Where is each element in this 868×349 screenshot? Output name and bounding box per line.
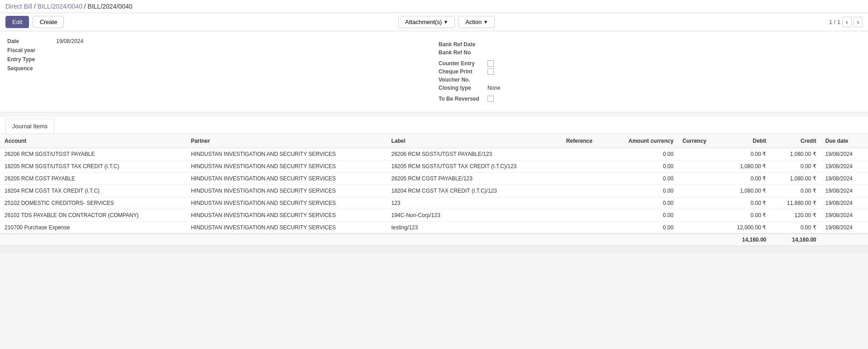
toolbar: Edit Create Attachment(s) ▼ Action ▼ 1 /…: [0, 13, 868, 31]
cell-due-date: 19/08/2024: [821, 222, 868, 234]
counter-entry-label: Counter Entry: [439, 60, 484, 67]
closing-type-label: Closing type: [439, 85, 484, 91]
cell-amount-currency: 0.00: [608, 173, 678, 185]
cell-credit: 120.00 ₹: [771, 209, 820, 222]
attachments-caret-icon: ▼: [444, 19, 448, 24]
cell-label: testing/123: [387, 222, 562, 234]
cell-account: 18204 RCM CGST TAX CREDIT (I.T.C): [0, 185, 186, 197]
attachments-button[interactable]: Attachment(s) ▼: [398, 16, 455, 28]
totals-spacer: [0, 234, 721, 246]
cell-currency: [678, 222, 721, 234]
table-row[interactable]: 210700 Purchase Expense HINDUSTAN INVEST…: [0, 222, 868, 234]
cell-due-date: 19/08/2024: [821, 209, 868, 222]
cell-credit: 0.00 ₹: [771, 185, 820, 197]
bank-ref-date-label: Bank Ref Date: [439, 41, 484, 48]
cell-partner: HINDUSTAN INVESTIGATION AND SECURITY SER…: [186, 148, 386, 160]
form-section: Date 19/08/2024 Fiscal year Entry Type S…: [0, 31, 868, 112]
journal-items-table: Account Partner Label Reference Amount c…: [0, 134, 868, 246]
next-button[interactable]: ›: [854, 17, 863, 27]
col-label: Label: [387, 134, 562, 148]
counter-entry-checkbox[interactable]: [487, 60, 494, 67]
tabs-section: Journal Items Account Partner Label Refe…: [0, 117, 868, 246]
table-row[interactable]: 26206 RCM SGST/UTGST PAYABLE HINDUSTAN I…: [0, 148, 868, 160]
cell-amount-currency: 0.00: [608, 185, 678, 197]
cell-label: 18205 RCM SGST/UTGST TAX CREDIT (I.T.C)/…: [387, 160, 562, 173]
edit-button[interactable]: Edit: [5, 16, 29, 28]
to-be-reversed-label: To Be Reversed: [439, 96, 484, 102]
col-account: Account: [0, 134, 186, 148]
cell-currency: [678, 209, 721, 222]
cell-reference: [562, 197, 608, 209]
breadcrumb: Direct Bill / BILL/2024/0040 / BILL/2024…: [5, 3, 863, 10]
journal-items-table-container: Account Partner Label Reference Amount c…: [0, 134, 868, 246]
total-credit: 14,160.00: [771, 234, 820, 246]
cell-currency: [678, 185, 721, 197]
cell-due-date: 19/08/2024: [821, 148, 868, 160]
totals-end: [821, 234, 868, 246]
total-debit: 14,160.00: [721, 234, 771, 246]
tabs-bar: Journal Items: [0, 117, 868, 134]
closing-type-value: None: [487, 85, 501, 91]
cell-credit: 1,080.00 ₹: [771, 148, 820, 160]
cell-partner: HINDUSTAN INVESTIGATION AND SECURITY SER…: [186, 209, 386, 222]
cell-reference: [562, 209, 608, 222]
cell-partner: HINDUSTAN INVESTIGATION AND SECURITY SER…: [186, 173, 386, 185]
breadcrumb-sep1: /: [34, 3, 38, 10]
cell-label: 26206 RCM SGST/UTGST PAYABLE/123: [387, 148, 562, 160]
cell-amount-currency: 0.00: [608, 197, 678, 209]
col-amount-currency: Amount currency: [608, 134, 678, 148]
cell-due-date: 19/08/2024: [821, 197, 868, 209]
entry-type-label: Entry Type: [7, 56, 53, 63]
cheque-print-label: Cheque Print: [439, 68, 484, 75]
prev-button[interactable]: ‹: [842, 17, 851, 27]
date-value: 19/08/2024: [56, 38, 83, 44]
table-row[interactable]: 25102 DOMESTIC CREDITORS- SERVICES HINDU…: [0, 197, 868, 209]
cell-debit: 1,080.00 ₹: [721, 185, 771, 197]
cell-reference: [562, 185, 608, 197]
table-row[interactable]: 18205 RCM SGST/UTGST TAX CREDIT (I.T.C) …: [0, 160, 868, 173]
cell-partner: HINDUSTAN INVESTIGATION AND SECURITY SER…: [186, 160, 386, 173]
table-header-row: Account Partner Label Reference Amount c…: [0, 134, 868, 148]
cell-account: 210700 Purchase Expense: [0, 222, 186, 234]
action-button[interactable]: Action ▼: [458, 16, 495, 28]
cell-debit: 12,000.00 ₹: [721, 222, 771, 234]
voucher-no-label: Voucher No.: [439, 77, 484, 83]
col-credit: Credit: [771, 134, 820, 148]
cell-due-date: 19/08/2024: [821, 173, 868, 185]
table-row[interactable]: 26102 TDS PAYABLE ON CONTRACTOR (COMPANY…: [0, 209, 868, 222]
tab-journal-items[interactable]: Journal Items: [5, 119, 54, 134]
cell-account: 18205 RCM SGST/UTGST TAX CREDIT (I.T.C): [0, 160, 186, 173]
cell-amount-currency: 0.00: [608, 160, 678, 173]
action-caret-icon: ▼: [483, 19, 488, 24]
create-button[interactable]: Create: [33, 16, 64, 28]
date-label: Date: [7, 38, 53, 44]
cell-reference: [562, 173, 608, 185]
cell-account: 25102 DOMESTIC CREDITORS- SERVICES: [0, 197, 186, 209]
cell-label: 123: [387, 197, 562, 209]
table-row[interactable]: 18204 RCM CGST TAX CREDIT (I.T.C) HINDUS…: [0, 185, 868, 197]
cell-debit: 0.00 ₹: [721, 173, 771, 185]
cell-due-date: 19/08/2024: [821, 160, 868, 173]
cell-currency: [678, 160, 721, 173]
cell-reference: [562, 222, 608, 234]
breadcrumb-bar: Direct Bill / BILL/2024/0040 / BILL/2024…: [0, 0, 868, 13]
cell-account: 26206 RCM SGST/UTGST PAYABLE: [0, 148, 186, 160]
cell-credit: 0.00 ₹: [771, 160, 820, 173]
cell-partner: HINDUSTAN INVESTIGATION AND SECURITY SER…: [186, 185, 386, 197]
breadcrumb-current: BILL/2024/0040: [87, 3, 132, 10]
cell-due-date: 19/08/2024: [821, 185, 868, 197]
to-be-reversed-checkbox[interactable]: [487, 96, 494, 102]
cell-label: 26205 RCM CGST PAYABLE/123: [387, 173, 562, 185]
cell-credit: 11,880.00 ₹: [771, 197, 820, 209]
breadcrumb-middle[interactable]: BILL/2024/0040: [38, 3, 82, 10]
table-row[interactable]: 26205 RCM CGST PAYABLE HINDUSTAN INVESTI…: [0, 173, 868, 185]
cell-amount-currency: 0.00: [608, 148, 678, 160]
cell-debit: 0.00 ₹: [721, 209, 771, 222]
cell-account: 26102 TDS PAYABLE ON CONTRACTOR (COMPANY…: [0, 209, 186, 222]
col-partner: Partner: [186, 134, 386, 148]
cell-credit: 1,080.00 ₹: [771, 173, 820, 185]
col-reference: Reference: [562, 134, 608, 148]
breadcrumb-parent[interactable]: Direct Bill: [5, 3, 32, 10]
cheque-print-checkbox[interactable]: [487, 68, 494, 75]
totals-row: 14,160.00 14,160.00: [0, 234, 868, 246]
